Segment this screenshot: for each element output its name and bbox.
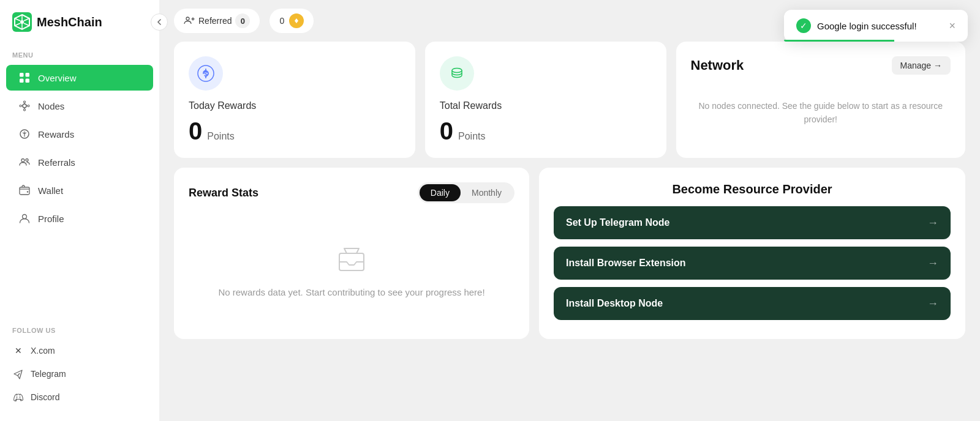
svg-point-16 <box>20 105 21 107</box>
total-rewards-value-group: 0 Points <box>440 119 652 143</box>
profile-icon <box>18 212 31 225</box>
bnb-icon <box>289 13 304 28</box>
svg-point-24 <box>26 159 28 162</box>
setup-telegram-button[interactable]: Set Up Telegram Node <box>554 206 951 239</box>
bottom-row: Reward Stats Daily Monthly No rew <box>174 168 965 339</box>
referred-label: Referred <box>198 16 232 26</box>
stats-empty-state: No rewards data yet. Start contributing … <box>189 215 514 324</box>
svg-rect-12 <box>26 79 30 83</box>
meshchain-logo-icon <box>12 12 32 32</box>
svg-point-27 <box>23 215 27 219</box>
sidebar-item-wallet[interactable]: Wallet <box>6 177 153 203</box>
svg-point-2 <box>20 20 24 24</box>
stats-empty-text: No rewards data yet. Start contributing … <box>218 285 484 300</box>
install-desktop-node-button[interactable]: Install Desktop Node <box>554 287 951 320</box>
today-rewards-number: 0 <box>189 119 202 143</box>
total-rewards-number: 0 <box>440 119 453 143</box>
cards-row: $ Today Rewards 0 Points <box>174 42 965 158</box>
svg-point-26 <box>27 191 28 192</box>
follow-telegram[interactable]: Telegram <box>0 362 159 386</box>
sidebar-item-wallet-label: Wallet <box>38 185 63 196</box>
empty-inbox-icon <box>333 240 370 277</box>
stats-header: Reward Stats Daily Monthly <box>189 182 514 203</box>
toast-close-button[interactable]: × <box>949 20 956 32</box>
total-rewards-label: Total Rewards <box>440 100 652 111</box>
follow-discord-label: Discord <box>31 392 59 402</box>
svg-point-17 <box>28 105 29 107</box>
dollar-circle-icon: $ <box>197 65 214 82</box>
grid-icon <box>18 72 31 84</box>
sidebar-item-overview-label: Overview <box>38 73 77 83</box>
referred-count: 0 <box>235 13 250 28</box>
today-rewards-unit: Points <box>207 131 234 142</box>
follow-discord[interactable]: Discord <box>0 386 159 409</box>
manage-button[interactable]: Manage → <box>892 56 951 75</box>
referrals-icon <box>18 156 31 168</box>
main-content: Referred 0 0 Hello, Bane <box>159 0 980 421</box>
toast-text: Google login successful! <box>817 21 917 31</box>
sidebar-item-rewards-label: Rewards <box>38 129 74 140</box>
sidebar-item-referrals-label: Referrals <box>38 157 75 168</box>
x-icon: ✕ <box>12 345 24 357</box>
sidebar-item-referrals[interactable]: Referrals <box>6 149 153 175</box>
total-rewards-unit: Points <box>458 131 485 142</box>
follow-telegram-label: Telegram <box>31 369 66 379</box>
svg-point-23 <box>21 159 24 162</box>
total-rewards-icon-wrapper <box>440 56 474 91</box>
sidebar-item-profile-label: Profile <box>38 214 64 224</box>
sidebar: MeshChain MENU Overview <box>0 0 159 421</box>
sidebar-item-nodes-label: Nodes <box>38 101 64 111</box>
network-card-header: Network Manage → <box>691 56 951 75</box>
svg-rect-9 <box>20 73 24 77</box>
svg-rect-25 <box>20 187 29 195</box>
resource-provider-title: Become Resource Provider <box>554 182 951 196</box>
reward-stats-card: Reward Stats Daily Monthly No rew <box>174 168 529 339</box>
today-rewards-card: $ Today Rewards 0 Points <box>174 42 415 158</box>
follow-section-label: FOLLOW US <box>0 317 159 339</box>
svg-point-15 <box>24 109 26 111</box>
network-card: Network Manage → No nodes connected. See… <box>676 42 966 158</box>
nodes-icon <box>18 100 31 112</box>
bnb-pill: 0 <box>270 9 314 33</box>
network-title: Network <box>691 58 744 73</box>
toast-notification: ✓ Google login successful! × <box>784 10 968 42</box>
svg-line-28 <box>18 373 20 376</box>
daily-toggle[interactable]: Daily <box>420 184 461 201</box>
monthly-toggle[interactable]: Monthly <box>461 184 513 201</box>
menu-section-label: MENU <box>0 42 159 64</box>
stats-title: Reward Stats <box>189 187 258 199</box>
svg-point-14 <box>24 101 26 103</box>
svg-text:$: $ <box>204 70 208 78</box>
sidebar-item-rewards[interactable]: Rewards <box>6 121 153 147</box>
telegram-icon <box>12 368 24 380</box>
sidebar-collapse-button[interactable] <box>151 13 168 31</box>
bnb-count: 0 <box>279 16 284 26</box>
today-rewards-value-group: 0 Points <box>189 119 401 143</box>
svg-point-29 <box>186 17 189 20</box>
today-rewards-icon-wrapper: $ <box>189 56 223 91</box>
coins-stack-icon <box>448 65 466 82</box>
referred-pill: Referred 0 <box>174 9 260 33</box>
svg-rect-10 <box>26 73 30 77</box>
svg-point-36 <box>452 69 462 73</box>
logo-text: MeshChain <box>37 15 102 29</box>
resource-provider-card: Become Resource Provider Set Up Telegram… <box>539 168 965 339</box>
follow-x[interactable]: ✕ X.com <box>0 339 159 362</box>
content-area: $ Today Rewards 0 Points <box>159 42 980 421</box>
svg-rect-11 <box>20 79 24 83</box>
today-rewards-label: Today Rewards <box>189 100 401 111</box>
sidebar-item-nodes[interactable]: Nodes <box>6 93 153 119</box>
install-browser-extension-button[interactable]: Install Browser Extension <box>554 247 951 280</box>
referred-icon <box>184 15 195 26</box>
follow-section: FOLLOW US ✕ X.com Telegram Discord <box>0 317 159 421</box>
sidebar-item-overview[interactable]: Overview <box>6 65 153 91</box>
logo: MeshChain <box>0 0 159 42</box>
stats-toggle-group: Daily Monthly <box>418 182 514 203</box>
sidebar-item-profile[interactable]: Profile <box>6 206 153 231</box>
wallet-icon <box>18 184 31 196</box>
total-rewards-card: Total Rewards 0 Points <box>425 42 666 158</box>
rewards-icon <box>18 128 31 140</box>
toast-progress-bar <box>784 40 894 42</box>
follow-x-label: X.com <box>31 346 55 356</box>
svg-point-13 <box>23 104 26 108</box>
